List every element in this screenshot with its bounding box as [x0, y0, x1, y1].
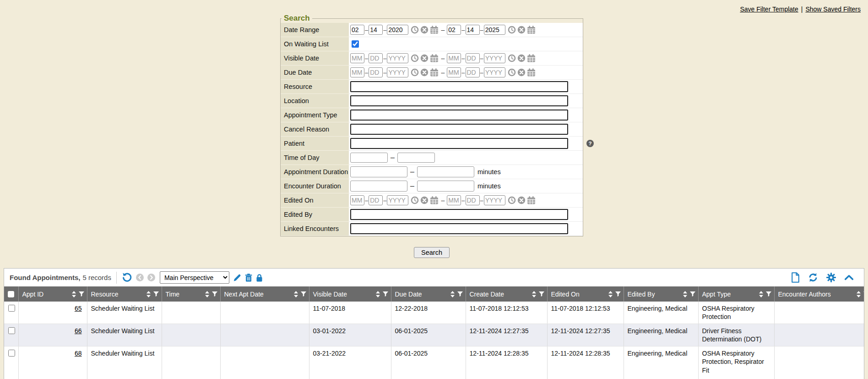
collapse-panel-icon[interactable] — [844, 275, 854, 280]
on-waiting-list-checkbox[interactable] — [352, 40, 359, 48]
col-header-appt-id[interactable]: Appt ID — [18, 286, 87, 302]
due-date-from-year-input[interactable] — [387, 67, 408, 77]
edit-perspective-icon[interactable] — [233, 274, 241, 282]
date-range-to-month-input[interactable] — [447, 25, 461, 35]
search-button[interactable]: Search — [414, 247, 450, 258]
calendar-icon[interactable] — [430, 196, 439, 204]
col-header-next-apt-date[interactable]: Next Apt Date — [220, 286, 309, 302]
filter-icon[interactable] — [383, 291, 388, 297]
col-header-time[interactable]: Time — [162, 286, 220, 302]
appt-id-link[interactable]: 66 — [75, 327, 82, 335]
due-date-to-day-input[interactable] — [466, 67, 480, 77]
row-checkbox[interactable] — [8, 305, 15, 312]
date-range-from-year-input[interactable] — [387, 25, 408, 35]
edited-on-from-day-input[interactable] — [369, 195, 383, 205]
due-date-from-month-input[interactable] — [350, 67, 364, 77]
filter-icon[interactable] — [457, 291, 463, 297]
sort-icon[interactable] — [857, 291, 861, 297]
time-of-day-to-input[interactable] — [397, 153, 435, 163]
row-checkbox[interactable] — [8, 327, 15, 334]
sort-icon[interactable] — [294, 291, 298, 297]
visible-date-to-year-input[interactable] — [484, 53, 505, 63]
delete-perspective-icon[interactable] — [245, 274, 252, 282]
col-header-edited-by[interactable]: Edited By — [624, 286, 698, 302]
filter-icon[interactable] — [301, 291, 306, 297]
appointment-duration-min-input[interactable] — [350, 166, 407, 177]
col-header-appt-type[interactable]: Appt Type — [698, 286, 774, 302]
sort-icon[interactable] — [759, 291, 763, 297]
col-header-edited-on[interactable]: Edited On — [547, 286, 624, 302]
patient-help-icon[interactable]: ? — [586, 140, 594, 147]
sort-icon[interactable] — [532, 291, 536, 297]
clock-icon[interactable] — [508, 54, 516, 62]
calendar-icon[interactable] — [430, 26, 439, 34]
clock-icon[interactable] — [411, 26, 419, 34]
date-range-from-month-input[interactable] — [350, 25, 364, 35]
perspective-select[interactable]: Main Perspective — [160, 271, 229, 284]
filter-icon[interactable] — [212, 291, 217, 297]
sort-icon[interactable] — [146, 291, 151, 297]
appt-id-link[interactable]: 68 — [75, 350, 82, 357]
filter-icon[interactable] — [153, 291, 159, 297]
sort-icon[interactable] — [683, 291, 687, 297]
appointment-duration-max-input[interactable] — [417, 166, 474, 177]
col-header-due-date[interactable]: Due Date — [391, 286, 466, 302]
show-saved-filters-link[interactable]: Show Saved Filters — [805, 5, 861, 13]
date-range-from-day-input[interactable] — [369, 25, 383, 35]
clear-date-icon[interactable] — [517, 196, 526, 204]
clock-icon[interactable] — [411, 68, 419, 77]
clock-icon[interactable] — [508, 68, 516, 77]
calendar-icon[interactable] — [527, 196, 536, 204]
calendar-icon[interactable] — [527, 26, 536, 34]
visible-date-from-year-input[interactable] — [387, 53, 408, 63]
encounter-duration-min-input[interactable] — [350, 181, 407, 192]
clear-date-icon[interactable] — [420, 54, 429, 62]
edited-on-to-month-input[interactable] — [447, 195, 461, 205]
filter-icon[interactable] — [690, 291, 695, 297]
due-date-from-day-input[interactable] — [369, 67, 383, 77]
clear-date-icon[interactable] — [517, 68, 526, 77]
select-all-checkbox[interactable] — [8, 291, 14, 297]
clock-icon[interactable] — [411, 196, 419, 204]
sort-icon[interactable] — [205, 291, 209, 297]
save-filter-template-link[interactable]: Save Filter Template — [740, 5, 798, 13]
sort-icon[interactable] — [450, 291, 455, 297]
edited-on-from-year-input[interactable] — [387, 195, 408, 205]
sort-icon[interactable] — [376, 291, 380, 297]
encounter-duration-max-input[interactable] — [417, 181, 474, 192]
sort-icon[interactable] — [72, 291, 76, 297]
calendar-icon[interactable] — [527, 54, 536, 62]
edited-on-from-month-input[interactable] — [350, 195, 364, 205]
clock-icon[interactable] — [508, 196, 516, 204]
date-range-to-day-input[interactable] — [466, 25, 480, 35]
visible-date-from-day-input[interactable] — [369, 53, 383, 63]
clock-icon[interactable] — [508, 26, 516, 34]
patient-input[interactable] — [350, 138, 568, 149]
clear-date-icon[interactable] — [420, 26, 429, 34]
clear-date-icon[interactable] — [420, 196, 429, 204]
lock-perspective-icon[interactable] — [256, 274, 263, 282]
visible-date-to-day-input[interactable] — [466, 53, 480, 63]
visible-date-to-month-input[interactable] — [447, 53, 461, 63]
clock-icon[interactable] — [411, 54, 419, 62]
sort-icon[interactable] — [608, 291, 613, 297]
filter-icon[interactable] — [615, 291, 621, 297]
settings-gear-icon[interactable] — [826, 273, 836, 282]
undo-icon[interactable] — [122, 272, 132, 283]
new-document-icon[interactable] — [791, 272, 800, 283]
row-checkbox[interactable] — [8, 350, 15, 357]
col-header-visible-date[interactable]: Visible Date — [309, 286, 391, 302]
filter-icon[interactable] — [863, 291, 865, 297]
location-input[interactable] — [350, 95, 568, 106]
date-range-to-year-input[interactable] — [484, 25, 505, 35]
time-of-day-from-input[interactable] — [350, 153, 388, 163]
prev-page-icon[interactable] — [136, 274, 144, 281]
edited-on-to-year-input[interactable] — [484, 195, 505, 205]
due-date-to-month-input[interactable] — [447, 67, 461, 77]
calendar-icon[interactable] — [430, 54, 439, 62]
refresh-icon[interactable] — [808, 273, 818, 282]
next-page-icon[interactable] — [147, 274, 155, 281]
edited-on-to-day-input[interactable] — [466, 195, 480, 205]
clear-date-icon[interactable] — [517, 54, 526, 62]
linked-encounters-input[interactable] — [350, 223, 568, 234]
